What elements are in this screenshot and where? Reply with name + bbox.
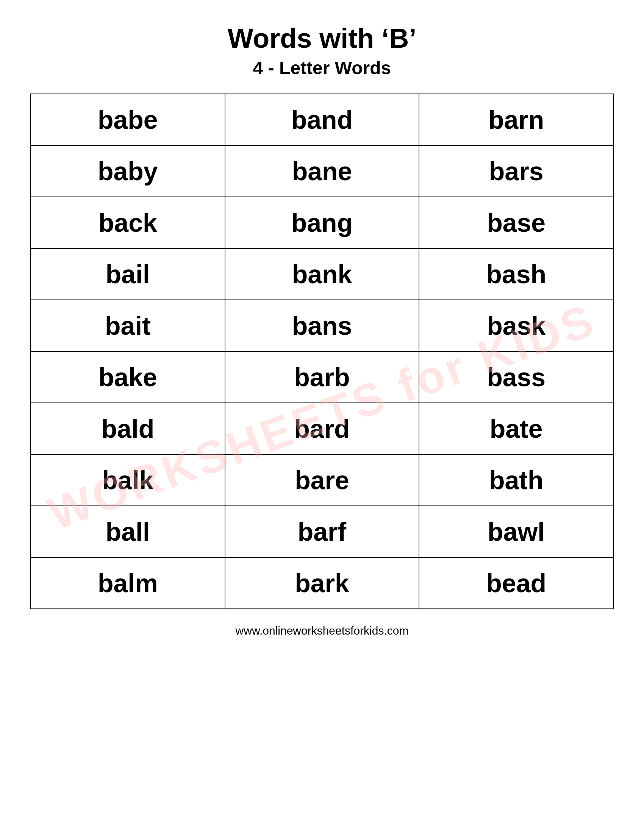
word-cell: bass: [419, 351, 613, 403]
word-cell: balk: [31, 454, 225, 506]
table-row: balmbarkbead: [31, 557, 613, 609]
word-cell: bars: [419, 145, 613, 197]
word-cell: bait: [31, 300, 225, 351]
table-row: babybanebars: [31, 145, 613, 197]
word-cell: barn: [419, 94, 613, 145]
word-cell: bard: [225, 403, 419, 454]
word-cell: babe: [31, 94, 225, 145]
table-row: babebandbarn: [31, 94, 613, 145]
word-cell: band: [225, 94, 419, 145]
table-row: bakebarbbass: [31, 351, 613, 403]
word-cell: baby: [31, 145, 225, 197]
word-cell: ball: [31, 506, 225, 557]
word-cell: bake: [31, 351, 225, 403]
word-cell: bang: [225, 197, 419, 248]
word-cell: bead: [419, 557, 613, 609]
page-title: Words with ‘B’: [228, 23, 417, 54]
table-row: ballbarfbawl: [31, 506, 613, 557]
word-table: babebandbarnbabybanebarsbackbangbasebail…: [30, 93, 614, 609]
footer-url: www.onlineworksheetsforkids.com: [236, 624, 409, 637]
table-row: baitbansbask: [31, 300, 613, 351]
table-row: baldbardbate: [31, 403, 613, 454]
table-row: balkbarebath: [31, 454, 613, 506]
word-cell: bans: [225, 300, 419, 351]
word-cell: bash: [419, 248, 613, 300]
word-cell: bald: [31, 403, 225, 454]
word-cell: barf: [225, 506, 419, 557]
word-cell: bate: [419, 403, 613, 454]
page-subtitle: 4 - Letter Words: [253, 58, 391, 78]
word-cell: bane: [225, 145, 419, 197]
table-row: bailbankbash: [31, 248, 613, 300]
word-cell: bask: [419, 300, 613, 351]
word-cell: base: [419, 197, 613, 248]
word-cell: bail: [31, 248, 225, 300]
word-cell: back: [31, 197, 225, 248]
word-cell: bath: [419, 454, 613, 506]
table-row: backbangbase: [31, 197, 613, 248]
word-cell: barb: [225, 351, 419, 403]
word-cell: balm: [31, 557, 225, 609]
word-cell: bank: [225, 248, 419, 300]
word-cell: bawl: [419, 506, 613, 557]
word-cell: bare: [225, 454, 419, 506]
word-cell: bark: [225, 557, 419, 609]
